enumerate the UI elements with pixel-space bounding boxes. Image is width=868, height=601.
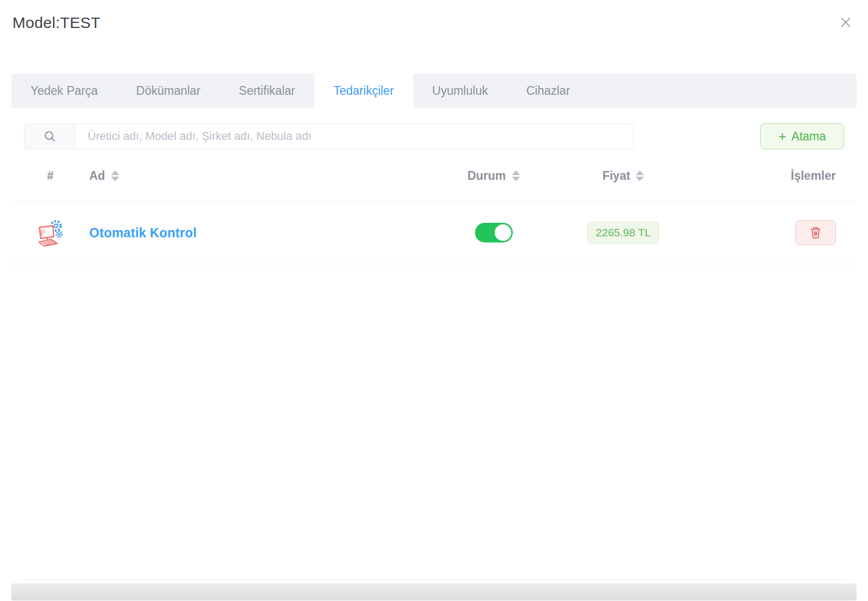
header-name[interactable]: Ad — [89, 169, 426, 183]
header-price[interactable]: Fiyat — [561, 169, 685, 183]
tabbar: Yedek Parça Dökümanlar Sertifikalar Teda… — [11, 74, 857, 108]
header-name-label: Ad — [89, 169, 105, 183]
row-price-cell: 2265.98 TL — [561, 222, 685, 244]
tab-content: + Atama # Ad Durum Fiyat İşlemler — [11, 108, 857, 580]
plus-icon: + — [778, 130, 786, 143]
tab-cihazlar[interactable]: Cihazlar — [507, 74, 589, 108]
tab-uyumluluk[interactable]: Uyumluluk — [413, 74, 507, 108]
search-icon — [44, 130, 56, 142]
computer-gears-icon — [35, 218, 65, 248]
footer-divider — [22, 580, 846, 580]
header-operations: İşlemler — [685, 169, 857, 183]
modal-header: Model:TEST — [0, 0, 868, 32]
status-toggle[interactable] — [475, 223, 513, 242]
toggle-knob — [495, 224, 511, 241]
horizontal-scrollbar[interactable] — [11, 583, 857, 600]
search-input[interactable] — [75, 123, 634, 149]
modal-title: Model:TEST — [12, 13, 101, 32]
tab-tedarikciler[interactable]: Tedarikçiler — [314, 74, 413, 108]
assign-button[interactable]: + Atama — [760, 123, 844, 149]
close-button[interactable] — [838, 15, 853, 30]
suppliers-panel: Yedek Parça Dökümanlar Sertifikalar Teda… — [11, 74, 857, 580]
search-icon-box — [24, 123, 75, 149]
header-index: # — [11, 169, 89, 183]
sort-icon[interactable] — [111, 170, 119, 181]
trash-icon — [808, 225, 823, 240]
sort-icon[interactable] — [512, 170, 520, 181]
supplier-name-link[interactable]: Otomatik Kontrol — [89, 225, 197, 240]
tab-dokumanlar[interactable]: Dökümanlar — [117, 74, 220, 108]
search-bar — [24, 123, 634, 149]
close-icon — [839, 16, 852, 29]
header-price-label: Fiyat — [603, 169, 631, 183]
row-operations-cell — [685, 220, 857, 245]
table-row: Otomatik Kontrol 2265.98 TL — [11, 201, 857, 264]
tab-sertifikalar[interactable]: Sertifikalar — [220, 74, 315, 108]
delete-button[interactable] — [795, 220, 836, 245]
header-status[interactable]: Durum — [426, 169, 561, 183]
assign-button-label: Atama — [791, 130, 825, 144]
row-name-cell: Otomatik Kontrol — [89, 225, 426, 240]
toolbar: + Atama — [11, 123, 857, 149]
header-status-label: Durum — [467, 169, 506, 183]
tab-yedek-parca[interactable]: Yedek Parça — [11, 74, 117, 108]
table-header-row: # Ad Durum Fiyat İşlemler — [11, 161, 857, 191]
sort-icon[interactable] — [636, 170, 644, 181]
price-badge: 2265.98 TL — [587, 222, 659, 244]
row-icon-cell — [11, 218, 89, 248]
row-status-cell — [426, 223, 561, 242]
